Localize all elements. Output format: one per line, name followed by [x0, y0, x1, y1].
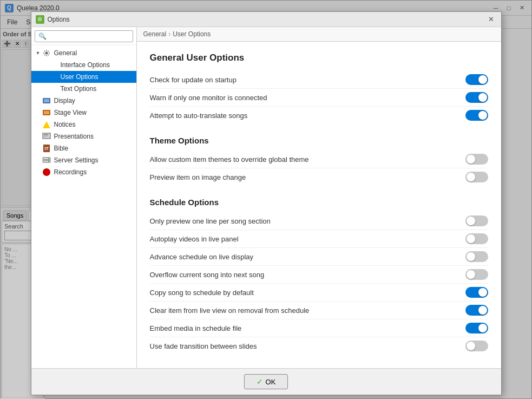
advance-schedule-toggle[interactable] — [465, 251, 488, 262]
theme-options-group: Theme Options Allow custom item themes t… — [150, 136, 488, 186]
setting-fade-transition: Use fade transition between slides — [150, 337, 488, 355]
one-line-preview-toggle[interactable] — [465, 215, 488, 226]
display-icon — [42, 96, 51, 105]
overflow-song-toggle[interactable] — [465, 269, 488, 280]
advance-schedule-knob — [467, 252, 475, 261]
tree-search-input[interactable] — [35, 30, 133, 42]
tree-item-display[interactable]: Display — [31, 95, 136, 107]
server-icon — [42, 156, 51, 165]
setting-embed-media: Embed media in schedule file — [150, 319, 488, 337]
breadcrumb-general: General — [143, 30, 167, 38]
main-section-title: General User Options — [150, 53, 488, 63]
overflow-song-knob — [467, 270, 475, 279]
notices-icon — [42, 120, 51, 129]
tree-item-general[interactable]: ▼ General — [31, 47, 136, 59]
embed-media-label: Embed media in schedule file — [150, 324, 242, 332]
svg-rect-3 — [44, 136, 47, 137]
overflow-song-label: Overflow current song into next song — [150, 271, 265, 279]
gear-icon — [42, 49, 51, 57]
embed-media-knob — [478, 324, 487, 332]
setting-autoplay-videos: Autoplay videos in live panel — [150, 230, 488, 248]
tree-item-presentations[interactable]: Presentations — [31, 130, 136, 142]
autoplay-videos-knob — [467, 234, 475, 243]
clear-live-view-knob — [478, 306, 487, 315]
recordings-icon — [42, 168, 51, 176]
tree-search-area — [31, 27, 136, 45]
ok-checkmark-icon: ✓ — [257, 377, 263, 386]
tree-label-general: General — [54, 49, 77, 57]
tree-item-text-options[interactable]: Text Options — [31, 83, 136, 95]
setting-custom-themes: Allow custom item themes to override glo… — [150, 151, 488, 168]
copy-song-default-label: Copy song to schedule by default — [150, 289, 254, 297]
clear-live-view-label: Clear item from live view on removal fro… — [150, 306, 310, 315]
svg-point-10 — [48, 161, 49, 162]
modal-overlay: ⚙ Options ✕ ▼ — [1, 1, 531, 398]
tree-panel: ▼ General — [31, 27, 137, 368]
setting-advance-schedule: Advance schedule on live display — [150, 248, 488, 266]
text-options-icon — [49, 84, 57, 93]
tree-item-stage-view[interactable]: Stage View — [31, 107, 136, 119]
clear-live-view-toggle[interactable] — [465, 305, 488, 316]
auto-translate-toggle[interactable] — [465, 110, 488, 121]
interface-icon — [49, 61, 57, 69]
setting-preview-image: Preview item on image change — [150, 168, 488, 186]
options-dialog: ⚙ Options ✕ ▼ — [31, 11, 502, 395]
fade-transition-label: Use fade transition between slides — [150, 342, 257, 350]
one-line-preview-knob — [467, 217, 475, 225]
autoplay-videos-toggle[interactable] — [465, 233, 488, 244]
svg-rect-2 — [44, 134, 48, 135]
advance-schedule-label: Advance schedule on live display — [150, 253, 254, 261]
custom-themes-toggle[interactable] — [465, 154, 488, 165]
preview-image-label: Preview item on image change — [150, 173, 246, 181]
tree-label-interface-options: Interface Options — [61, 61, 110, 69]
embed-media-toggle[interactable] — [465, 323, 488, 333]
user-options-icon — [49, 73, 57, 81]
tree-item-server-settings[interactable]: Server Settings — [31, 154, 136, 166]
setting-auto-translate: Attempt to auto-translate songs — [150, 107, 488, 124]
ok-button[interactable]: ✓ OK — [244, 374, 288, 389]
tree-label-presentations: Presentations — [54, 133, 94, 140]
dialog-title-bar: ⚙ Options ✕ — [31, 12, 501, 27]
svg-text:IT: IT — [44, 146, 48, 151]
breadcrumb-sep: › — [168, 30, 170, 38]
dialog-body: ▼ General — [31, 27, 501, 368]
tree-item-user-options[interactable]: User Options — [31, 71, 136, 83]
auto-translate-label: Attempt to auto-translate songs — [150, 112, 248, 120]
dialog-close-button[interactable]: ✕ — [486, 15, 497, 24]
tree-label-stage-view: Stage View — [54, 109, 87, 116]
svg-point-9 — [48, 158, 49, 159]
tree-item-interface-options[interactable]: Interface Options — [31, 59, 136, 71]
tree-item-bible[interactable]: IT Bible — [31, 142, 136, 154]
warn-monitor-toggle[interactable] — [465, 92, 488, 103]
copy-song-default-toggle[interactable] — [465, 287, 488, 298]
svg-point-0 — [45, 52, 48, 55]
tree-label-text-options: Text Options — [61, 85, 97, 93]
check-update-label: Check for update on startup — [150, 76, 237, 84]
general-user-options-group: Check for update on startup Warn if only… — [150, 71, 488, 124]
setting-check-update: Check for update on startup — [150, 71, 488, 89]
check-update-knob — [478, 75, 487, 84]
fade-transition-knob — [467, 342, 475, 350]
tree-label-user-options: User Options — [61, 73, 98, 81]
breadcrumb-bar: General › User Options — [137, 27, 501, 42]
preview-image-knob — [467, 173, 475, 181]
tree-label-recordings: Recordings — [54, 168, 87, 176]
preview-image-toggle[interactable] — [465, 172, 488, 182]
dialog-title: Options — [48, 16, 486, 23]
setting-one-line-preview: Only preview one line per song section — [150, 212, 488, 230]
bible-icon: IT — [42, 144, 51, 153]
fade-transition-toggle[interactable] — [465, 341, 488, 351]
warn-monitor-knob — [478, 93, 487, 102]
check-update-toggle[interactable] — [465, 74, 488, 85]
expand-icon: ▼ — [36, 50, 41, 56]
tree-item-recordings[interactable]: Recordings — [31, 166, 136, 178]
tree-item-notices[interactable]: Notices — [31, 119, 136, 130]
one-line-preview-label: Only preview one line per song section — [150, 217, 271, 225]
setting-copy-song-default: Copy song to schedule by default — [150, 284, 488, 302]
custom-themes-label: Allow custom item themes to override glo… — [150, 155, 309, 163]
auto-translate-knob — [478, 111, 487, 120]
tree-list: ▼ General — [31, 45, 136, 368]
copy-song-default-knob — [478, 288, 487, 297]
setting-overflow-song: Overflow current song into next song — [150, 266, 488, 284]
setting-clear-live-view: Clear item from live view on removal fro… — [150, 302, 488, 319]
